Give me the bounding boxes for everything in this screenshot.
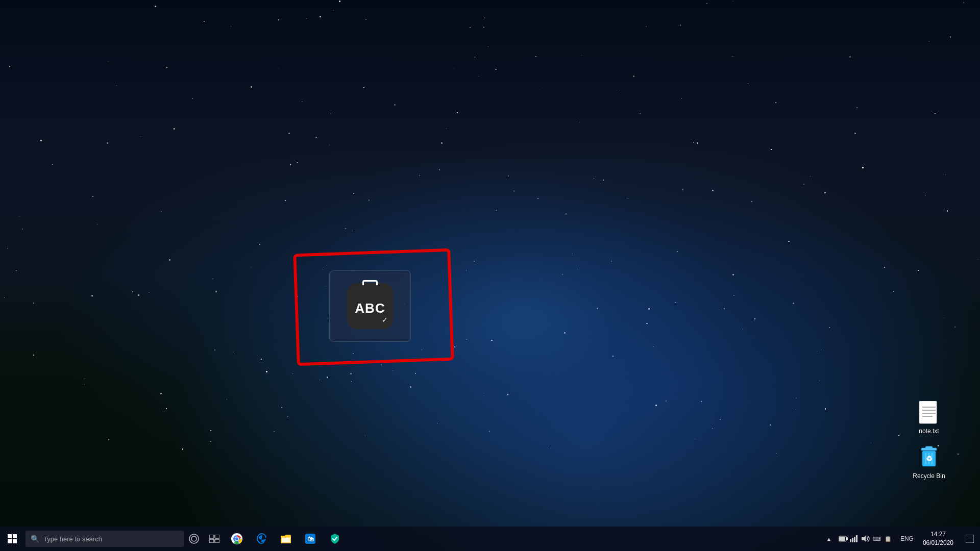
svg-rect-23	[282, 538, 290, 542]
tray-icons-area: ⌨ 📋	[834, 527, 897, 551]
svg-text:🛍: 🛍	[307, 535, 314, 543]
abc-icon-label: ABC	[355, 300, 385, 316]
svg-rect-6	[925, 446, 933, 448]
taskbar-app-store[interactable]: 🛍	[298, 527, 323, 551]
battery-icon[interactable]	[838, 527, 848, 551]
store-icon: 🛍	[304, 533, 316, 545]
abc-icon: ABC ✓	[347, 283, 393, 329]
edge-icon	[255, 533, 267, 545]
language-indicator[interactable]: ENG	[897, 527, 917, 551]
svg-rect-30	[852, 538, 853, 542]
svg-rect-16	[209, 539, 214, 543]
svg-rect-15	[215, 535, 219, 538]
svg-rect-28	[839, 537, 845, 541]
desktop-icon-notetxt[interactable]: note.txt	[906, 398, 952, 438]
system-tray: ▲	[824, 527, 980, 551]
svg-rect-29	[850, 539, 851, 542]
tray-overflow-button[interactable]: ▲	[824, 527, 834, 551]
svg-point-21	[235, 537, 238, 540]
chevron-up-icon: ▲	[826, 536, 831, 542]
clipboard-icon[interactable]: 📋	[883, 527, 893, 551]
start-button[interactable]	[0, 527, 24, 551]
clock-date: 06/01/2020	[923, 539, 953, 547]
note-txt-icon-img	[917, 401, 941, 425]
taskbar-app-edge[interactable]	[249, 527, 274, 551]
svg-point-13	[191, 536, 197, 541]
abc-icon-check: ✓	[382, 316, 388, 324]
svg-rect-0	[919, 401, 937, 423]
note-txt-label: note.txt	[919, 428, 939, 435]
clock-time: 14:27	[930, 530, 946, 539]
taskbar-search[interactable]: 🔍 Type here to search	[26, 531, 184, 547]
network-svg	[850, 535, 859, 542]
abc-popup-window: ABC ✓	[329, 270, 411, 342]
recycle-bin-icon-img: ♻	[917, 446, 941, 470]
recycle-bin-svg: ♻	[918, 446, 940, 470]
clock-area[interactable]: 14:27 06/01/2020	[917, 527, 960, 551]
svg-rect-17	[215, 539, 219, 543]
cortana-icon	[189, 534, 199, 544]
chrome-icon	[231, 533, 243, 545]
taskbar-app-security[interactable]	[323, 527, 347, 551]
svg-point-12	[189, 534, 199, 543]
taskbar-app-explorer[interactable]	[274, 527, 298, 551]
volume-icon[interactable]	[861, 527, 871, 551]
stars-layer	[0, 0, 980, 551]
taskbar-app-chrome[interactable]	[225, 527, 249, 551]
security-icon	[329, 533, 341, 545]
svg-rect-34	[966, 535, 974, 543]
connected-device-icon[interactable]: ⌨	[872, 527, 882, 551]
volume-svg	[861, 535, 870, 542]
desktop-icons-area: note.txt ♻ Recycle Bin	[878, 0, 980, 493]
network-icon[interactable]	[849, 527, 860, 551]
desktop-icon-recyclebin[interactable]: ♻ Recycle Bin	[906, 443, 952, 483]
svg-rect-27	[846, 537, 848, 540]
explorer-icon	[280, 533, 292, 545]
svg-rect-32	[856, 535, 857, 542]
windows-logo-icon	[8, 534, 17, 543]
battery-svg	[839, 535, 848, 542]
svg-rect-31	[854, 537, 855, 542]
taskbar: 🔍 Type here to search	[0, 527, 980, 551]
cortana-button[interactable]	[184, 527, 204, 551]
desktop-background	[0, 0, 980, 551]
notification-icon	[966, 535, 974, 543]
notification-center-button[interactable]	[960, 527, 980, 551]
search-placeholder-text: Type here to search	[43, 535, 102, 543]
task-view-icon	[209, 535, 219, 543]
task-view-button[interactable]	[204, 527, 225, 551]
abc-icon-hat	[362, 280, 378, 285]
svg-marker-33	[862, 536, 866, 542]
language-label: ENG	[900, 535, 914, 542]
recycle-bin-label: Recycle Bin	[913, 472, 945, 480]
svg-rect-14	[209, 535, 214, 538]
note-txt-svg	[918, 401, 940, 425]
search-icon: 🔍	[31, 535, 39, 543]
